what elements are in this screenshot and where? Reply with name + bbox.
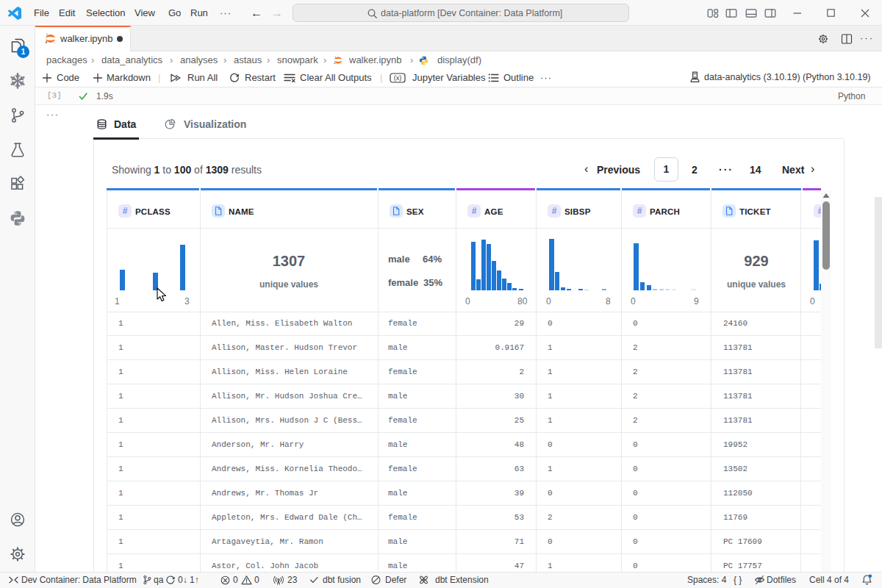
svg-text:(x): (x): [394, 74, 402, 82]
